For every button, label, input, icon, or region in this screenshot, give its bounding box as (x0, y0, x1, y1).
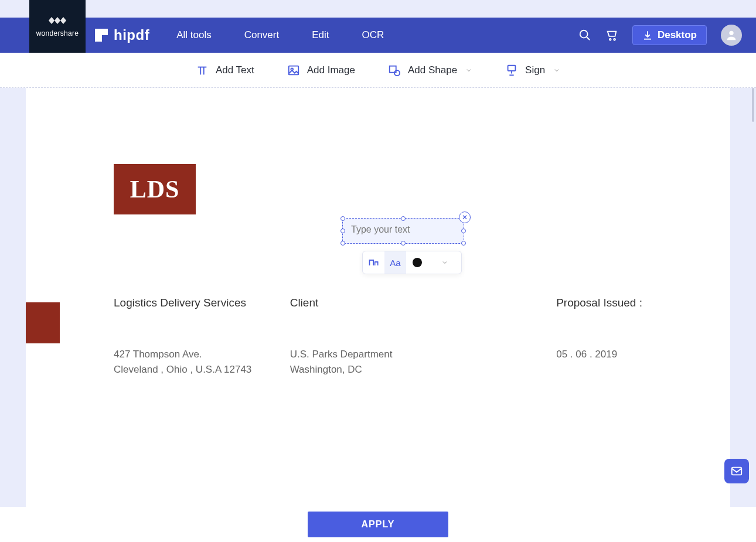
tool-sign[interactable]: Sign (505, 64, 560, 77)
tool-add-shape[interactable]: Add Shape (388, 64, 472, 77)
textbox-placeholder: Type your text (351, 224, 410, 234)
svg-rect-12 (732, 468, 742, 475)
issued-date: 05 . 06 . 2019 (556, 347, 642, 362)
client-column: Client U.S. Parks Department Washington,… (290, 296, 466, 378)
close-icon[interactable]: ✕ (459, 212, 471, 223)
chevron-down-icon (553, 67, 560, 74)
inserted-textbox[interactable]: Type your text ✕ Aa (342, 218, 464, 274)
desktop-button[interactable]: Desktop (632, 25, 707, 45)
nav-ocr[interactable]: OCR (362, 29, 384, 41)
font-size-button[interactable] (363, 251, 384, 274)
svg-rect-1 (102, 35, 108, 42)
resize-handle[interactable] (461, 241, 466, 246)
chevron-down-icon (441, 259, 448, 266)
document-info-grid: Logistics Delivery Services 427 Thompson… (114, 296, 642, 378)
page-side-accent (26, 302, 60, 343)
product-name: hipdf (114, 27, 149, 43)
desktop-label: Desktop (658, 29, 697, 41)
svg-point-6 (729, 31, 733, 35)
issued-title: Proposal Issued : (556, 296, 642, 309)
tool-add-text[interactable]: Add Text (196, 64, 254, 77)
tool-add-shape-label: Add Shape (408, 64, 457, 76)
company-title: Logistics Delivery Services (114, 296, 290, 309)
scrollbar-thumb[interactable] (752, 88, 754, 122)
wondershare-logo-icon (49, 15, 66, 26)
document-viewport[interactable]: LDS Type your text ✕ A (0, 88, 756, 507)
product-brand[interactable]: hipdf (95, 27, 149, 43)
tool-add-text-label: Add Text (216, 64, 254, 76)
wondershare-label: wondershare (36, 29, 79, 38)
wondershare-badge[interactable]: wondershare (29, 0, 86, 53)
color-swatch (413, 258, 422, 267)
svg-point-5 (614, 39, 615, 40)
nav-convert[interactable]: Convert (244, 29, 280, 41)
tool-add-image[interactable]: Add Image (287, 64, 355, 77)
apply-bar: APPLY (0, 507, 756, 542)
company-address-2: Cleveland , Ohio , U.S.A 12743 (114, 362, 290, 377)
svg-point-10 (394, 70, 400, 76)
color-picker-button[interactable] (406, 251, 428, 274)
text-format-toolbar: Aa (362, 251, 462, 274)
company-column: Logistics Delivery Services 427 Thompson… (114, 296, 290, 378)
company-logo: LDS (114, 164, 196, 214)
cart-icon[interactable] (605, 29, 618, 42)
svg-line-3 (587, 37, 590, 40)
resize-handle[interactable] (401, 216, 406, 221)
textbox-input[interactable]: Type your text ✕ (342, 218, 464, 244)
text-icon (196, 64, 209, 77)
client-title: Client (290, 296, 466, 309)
svg-point-4 (609, 39, 611, 40)
issued-column: Proposal Issued : 05 . 06 . 2019 (556, 296, 642, 378)
apply-button[interactable]: APPLY (308, 512, 448, 537)
svg-rect-7 (288, 66, 298, 74)
mail-icon (730, 465, 743, 478)
user-avatar[interactable] (721, 25, 742, 46)
sign-icon (505, 64, 518, 77)
nav-all-tools[interactable]: All tools (176, 29, 212, 41)
shape-icon (388, 64, 401, 77)
resize-handle[interactable] (340, 216, 345, 221)
chevron-down-icon (465, 67, 472, 74)
tool-add-image-label: Add Image (307, 64, 355, 76)
main-navbar: hipdf All tools Convert Edit OCR Desktop (0, 18, 756, 53)
resize-handle[interactable] (401, 241, 406, 246)
edit-toolbar: Add Text Add Image Add Shape Sign (0, 53, 756, 88)
company-address-1: 427 Thompson Ave. (114, 347, 290, 362)
resize-handle[interactable] (340, 229, 345, 233)
image-icon (287, 64, 300, 77)
nav-edit[interactable]: Edit (312, 29, 329, 41)
client-line-1: U.S. Parks Department (290, 347, 466, 362)
nav-links: All tools Convert Edit OCR (176, 29, 384, 41)
hipdf-logo-icon (95, 29, 108, 42)
font-style-button[interactable]: Aa (384, 251, 406, 274)
download-icon (642, 30, 653, 40)
resize-handle[interactable] (340, 241, 345, 246)
search-icon[interactable] (578, 29, 591, 42)
resize-handle[interactable] (461, 229, 466, 233)
company-logo-text: LDS (130, 175, 180, 203)
feedback-fab[interactable] (724, 459, 749, 483)
font-style-label: Aa (390, 258, 400, 268)
tool-sign-label: Sign (525, 64, 545, 76)
svg-point-2 (580, 30, 588, 38)
apply-label: APPLY (362, 519, 395, 529)
user-icon (725, 29, 738, 42)
svg-rect-11 (508, 65, 516, 70)
pdf-page[interactable]: LDS Type your text ✕ A (26, 88, 730, 507)
client-line-2: Washington, DC (290, 362, 466, 377)
more-options-button[interactable] (428, 251, 461, 274)
font-size-icon (368, 257, 380, 268)
